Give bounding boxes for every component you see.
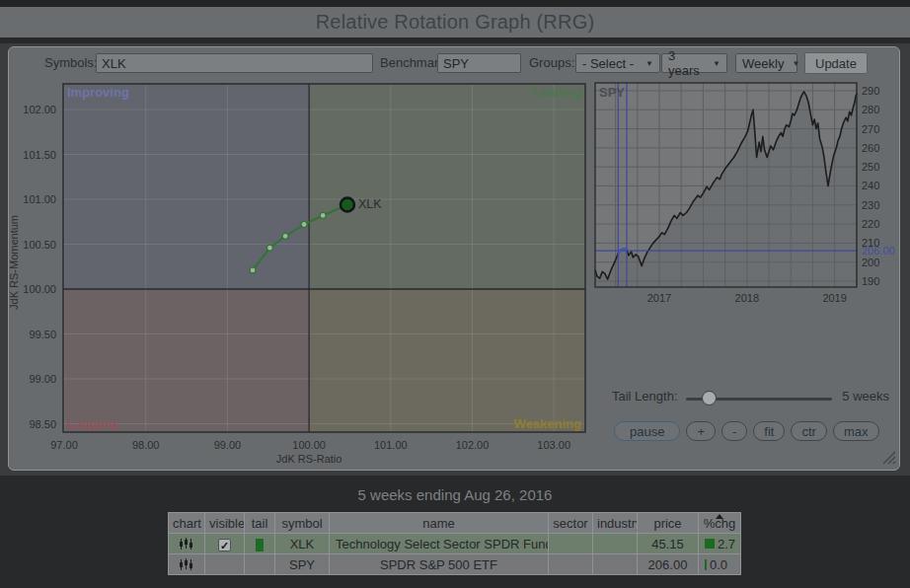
svg-text:260: 260 [862,142,879,154]
page-title: Relative Rotation Graph (RRG) [0,7,910,37]
visible-cell[interactable] [205,554,245,575]
rrg-head-label: XLK [358,197,382,211]
range-select[interactable]: 3 years ▼ [661,53,727,73]
svg-text:100.50: 100.50 [23,239,56,251]
svg-text:101.50: 101.50 [23,149,56,161]
rrg-head-marker [341,197,354,211]
quadrant-label-leading: Leading [532,85,581,100]
tail-length-slider[interactable] [686,391,832,406]
update-button[interactable]: Update [804,52,868,74]
svg-text:98.00: 98.00 [132,439,160,451]
max-button[interactable]: max [833,421,879,441]
svg-text:98.50: 98.50 [29,418,56,430]
svg-text:99.50: 99.50 [29,329,56,340]
resize-grip[interactable] [877,446,899,468]
zoom-out-button[interactable]: - [721,421,747,441]
industry-cell [593,534,638,554]
zoom-in-button[interactable]: + [686,421,716,441]
tail-color-cell [245,534,275,554]
svg-text:190: 190 [862,275,879,287]
pct-change-bar [705,539,715,549]
pct-change-bar [705,559,707,570]
pct-change-cell: 0.0 [699,554,741,575]
svg-text:270: 270 [862,123,879,135]
svg-text:101.00: 101.00 [374,439,408,451]
table-header-row: chartvisibletailsymbolnamesectorindustry… [169,513,741,534]
svg-text:220: 220 [862,218,879,230]
column-header-pctchg[interactable]: %chg [699,513,741,534]
title-bar: Relative Rotation Graph (RRG) [0,7,910,37]
symbol-cell: SPY [275,554,330,575]
tail-length-label: Tail Length: [612,389,678,404]
symbols-input[interactable] [96,53,373,73]
svg-text:99.00: 99.00 [29,373,56,385]
chart-link-cell[interactable] [169,554,205,575]
column-header-visible[interactable]: visible [205,513,245,534]
candlestick-chart-icon [179,557,194,572]
svg-text:2017: 2017 [647,292,671,304]
column-header-industry[interactable]: industry [593,513,638,534]
svg-text:2018: 2018 [735,292,759,304]
date-range-caption: 5 weeks ending Aug 26, 2016 [0,486,910,503]
name-cell: Technology Select Sector SPDR Fund [330,534,549,554]
groups-label: Groups: [529,53,574,73]
candlestick-chart-icon [179,537,194,551]
column-header-tail[interactable]: tail [245,513,275,534]
svg-text:200: 200 [862,257,879,268]
column-header-price[interactable]: price [638,513,699,534]
symbol-cell: XLK [275,534,330,554]
column-header-chart[interactable]: chart [169,513,205,534]
chevron-down-icon: ▼ [638,59,653,68]
pause-button[interactable]: pause [614,421,680,441]
chart-link-cell[interactable] [169,534,205,554]
table-row-spy[interactable]: SPYSPDR S&P 500 ETF206.000.0 [169,554,741,575]
window-top-strip [0,0,910,7]
slider-thumb[interactable] [702,391,717,405]
chevron-down-icon: ▼ [784,59,799,68]
timeframe-select[interactable]: Weekly ▼ [735,53,797,73]
quadrant-label-improving: Improving [67,85,129,100]
quadrant-label-weakening: Weakening [514,416,581,431]
tail-length-value: 5 weeks [828,389,889,404]
svg-text:102.00: 102.00 [456,439,490,451]
svg-text:280: 280 [862,104,879,115]
benchmark-price-chart[interactable]: 190200210220230240250260270280290206.002… [591,75,901,317]
sort-ascending-icon [716,514,723,519]
fit-button[interactable]: fit [753,421,785,441]
svg-text:99.00: 99.00 [214,439,242,451]
chart-control-buttons: pause+-fitctrmax [614,421,879,441]
svg-text:230: 230 [862,199,879,211]
svg-text:101.00: 101.00 [23,193,56,205]
benchmark-chart-symbol: SPY [599,85,625,100]
column-header-symbol[interactable]: symbol [275,513,330,534]
benchmark-price-level: 206.00 [862,245,895,257]
column-header-name[interactable]: name [330,513,549,534]
rrg-panel: Symbols: Benchmark: Groups: - Select - ▼… [8,46,900,471]
column-header-sector[interactable]: sector [549,513,593,534]
sector-cell [549,554,593,575]
svg-text:97.00: 97.00 [50,439,78,451]
center-button[interactable]: ctr [791,421,826,441]
rrg-quadrant-chart[interactable]: ImprovingLeadingLaggingWeakening98.5099.… [9,75,601,470]
svg-text:102.00: 102.00 [23,104,56,115]
name-cell: SPDR S&P 500 ETF [330,554,549,575]
pct-change-cell: 2.7 [699,534,741,554]
benchmark-input[interactable] [437,53,521,73]
svg-text:100.00: 100.00 [23,283,56,295]
svg-text:250: 250 [862,161,879,173]
table-row-xlk[interactable]: ✓XLKTechnology Select Sector SPDR Fund45… [169,534,741,554]
visible-checkbox[interactable]: ✓ [218,539,231,551]
svg-text:JdK RS-Ratio: JdK RS-Ratio [276,453,342,465]
groups-select[interactable]: - Select - ▼ [575,53,660,73]
sector-cell [549,534,593,554]
svg-text:2019: 2019 [822,292,846,304]
visible-cell[interactable]: ✓ [205,534,245,554]
app-window: Relative Rotation Graph (RRG) Symbols: B… [0,0,910,588]
svg-text:JdK RS-Momentum: JdK RS-Momentum [9,215,20,310]
symbols-table: chartvisibletailsymbolnamesectorindustry… [168,512,741,575]
quadrant-label-lagging: Lagging [67,416,117,431]
symbols-label: Symbols: [44,53,97,73]
price-cell: 45.15 [638,534,699,554]
tail-color-swatch [256,539,264,551]
industry-cell [593,554,638,575]
